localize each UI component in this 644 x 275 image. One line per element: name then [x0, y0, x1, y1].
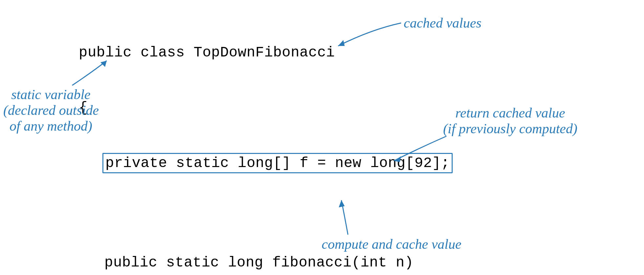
annotation-cached-values: cached values	[404, 15, 482, 31]
annotation-static-variable-l3: of any method)	[3, 118, 98, 134]
annotation-compute-cache: compute and cache value	[322, 236, 462, 252]
code-line-4: public static long fibonacci(int n)	[79, 253, 476, 272]
annotation-static-variable-l1: static variable	[3, 87, 98, 102]
annotation-return-cached: return cached value (if previously compu…	[443, 105, 577, 137]
annotation-static-variable-l2: (declared outside	[3, 102, 98, 118]
annotation-return-cached-l1: return cached value	[443, 105, 577, 121]
annotation-return-cached-l2: (if previously computed)	[443, 121, 577, 137]
code-line-1: public class TopDownFibonacci	[79, 43, 476, 62]
code-block: public class TopDownFibonacci { private …	[79, 7, 476, 275]
code-line-3-wrapper: private static long[] f = new long[92];	[79, 154, 476, 173]
annotation-static-variable: static variable (declared outside of any…	[3, 87, 98, 134]
code-line-2: {	[79, 98, 476, 117]
code-line-3: private static long[] f = new long[92];	[105, 155, 450, 171]
highlight-box-cached-declaration: private static long[] f = new long[92];	[102, 153, 453, 173]
